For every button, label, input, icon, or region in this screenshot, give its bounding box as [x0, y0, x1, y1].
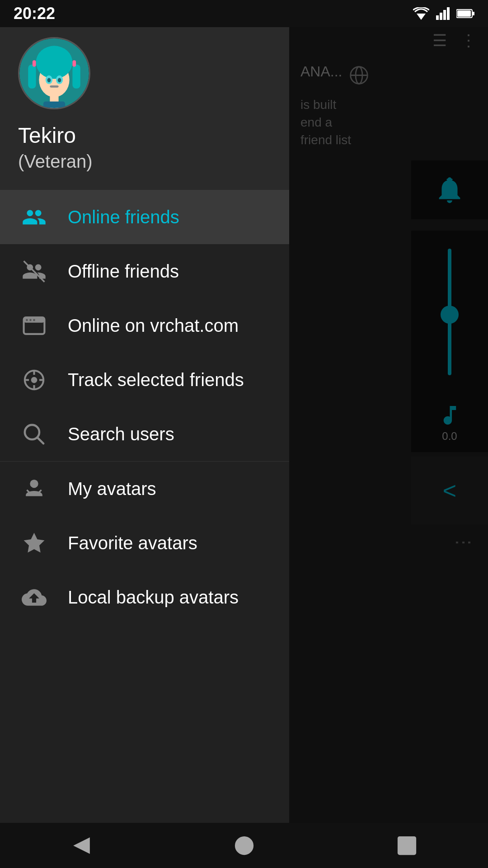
- favorite-avatars-label: Favorite avatars: [68, 533, 197, 553]
- recent-nav-button[interactable]: [389, 827, 425, 863]
- svg-rect-15: [72, 65, 80, 89]
- wifi-icon: [413, 7, 429, 20]
- sidebar-item-local-backup[interactable]: Local backup avatars: [0, 570, 289, 624]
- sidebar-item-favorite-avatars[interactable]: Favorite avatars: [0, 516, 289, 570]
- user-rank: (Veteran): [18, 151, 271, 172]
- svg-point-13: [36, 46, 73, 79]
- local-backup-label: Local backup avatars: [68, 587, 239, 608]
- back-nav-button[interactable]: [63, 827, 99, 863]
- online-friends-icon: [18, 201, 50, 233]
- svg-point-29: [29, 319, 32, 321]
- search-icon: [18, 418, 50, 450]
- nav-drawer: Tekiro (Veteran) Online friends Offline: [0, 0, 289, 868]
- svg-point-32: [31, 377, 37, 383]
- home-nav-button[interactable]: [226, 827, 262, 863]
- cloud-icon: [18, 581, 50, 613]
- svg-rect-14: [28, 65, 36, 89]
- svg-marker-42: [23, 533, 44, 552]
- sidebar-item-search-users[interactable]: Search users: [0, 407, 289, 461]
- svg-rect-20: [50, 85, 58, 88]
- svg-rect-6: [472, 12, 474, 15]
- status-time: 20:22: [14, 4, 55, 23]
- sidebar-item-track-friends[interactable]: Track selected friends: [0, 353, 289, 407]
- drawer-overlay[interactable]: [289, 0, 488, 868]
- signal-icon: [436, 7, 450, 20]
- svg-rect-45: [397, 836, 416, 854]
- status-icons: [413, 7, 474, 20]
- user-avatar[interactable]: [18, 37, 90, 109]
- drawer-menu: Online friends Offline friends: [0, 190, 289, 868]
- svg-point-18: [47, 78, 51, 83]
- sidebar-item-online-friends[interactable]: Online friends: [0, 190, 289, 244]
- svg-line-40: [27, 490, 30, 493]
- my-avatars-label: My avatars: [68, 479, 156, 499]
- online-friends-label: Online friends: [68, 207, 179, 227]
- svg-rect-24: [43, 102, 65, 109]
- svg-marker-43: [73, 837, 90, 854]
- browser-icon: [18, 310, 50, 341]
- svg-point-39: [30, 479, 38, 487]
- svg-point-28: [26, 319, 28, 321]
- svg-rect-1: [436, 15, 439, 20]
- track-icon: [18, 364, 50, 396]
- sidebar-item-my-avatars[interactable]: My avatars: [0, 462, 289, 516]
- sidebar-item-online-vrchat[interactable]: Online on vrchat.com: [0, 298, 289, 353]
- offline-friends-label: Offline friends: [68, 261, 179, 282]
- svg-rect-2: [440, 13, 442, 20]
- star-icon: [18, 527, 50, 559]
- user-name: Tekiro: [18, 123, 271, 148]
- status-bar: 20:22: [0, 0, 488, 27]
- offline-friends-icon: [18, 255, 50, 287]
- bottom-nav: [0, 823, 488, 868]
- drawer-header: Tekiro (Veteran): [0, 0, 289, 190]
- svg-rect-4: [447, 7, 450, 20]
- svg-point-19: [58, 78, 61, 83]
- search-users-label: Search users: [68, 424, 174, 444]
- track-friends-label: Track selected friends: [68, 370, 244, 390]
- svg-point-30: [33, 319, 35, 321]
- battery-icon: [456, 9, 474, 19]
- svg-line-41: [38, 490, 41, 493]
- svg-line-38: [38, 438, 43, 443]
- svg-rect-22: [72, 60, 76, 66]
- sidebar-item-offline-friends[interactable]: Offline friends: [0, 244, 289, 298]
- svg-rect-7: [457, 10, 471, 17]
- svg-line-25: [23, 261, 44, 282]
- svg-marker-0: [417, 14, 426, 20]
- svg-rect-21: [33, 60, 36, 66]
- online-vrchat-label: Online on vrchat.com: [68, 316, 239, 336]
- svg-rect-3: [443, 10, 446, 20]
- avatar-person-icon: [18, 473, 50, 505]
- svg-point-44: [235, 836, 253, 854]
